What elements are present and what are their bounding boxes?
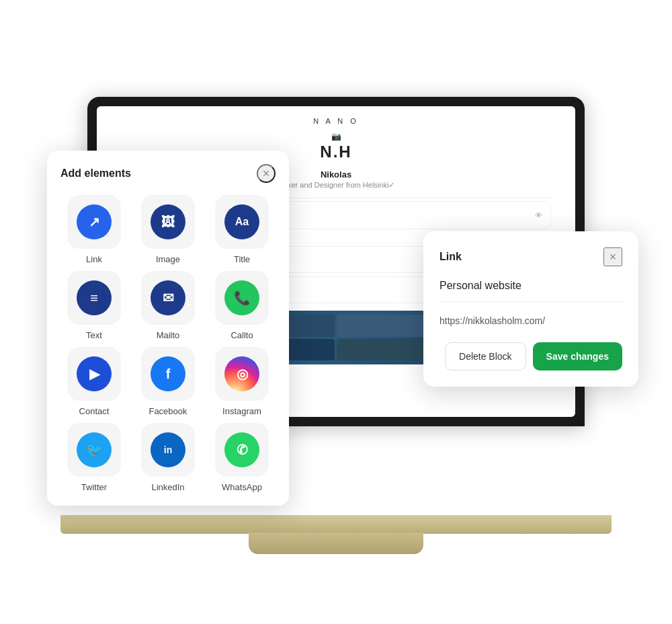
element-item-image[interactable]: 🖼Image	[134, 195, 202, 264]
element-icon-box-title: Aa	[215, 195, 269, 249]
popup-url-value: https://nikkolasholm.com/	[439, 315, 622, 326]
element-item-text[interactable]: ≡Text	[60, 271, 128, 340]
add-elements-panel: Add elements × ↗Link🖼ImageAaTitle≡Text✉M…	[47, 151, 289, 506]
element-icon-callto: 📞	[224, 280, 259, 315]
element-item-whatsapp[interactable]: ✆WhatsApp	[208, 423, 276, 492]
nano-name: Nikolas	[321, 169, 351, 180]
popup-actions: Delete Block Save changes	[439, 342, 622, 370]
element-label-text: Text	[86, 330, 102, 340]
element-label-whatsapp: WhatsApp	[222, 482, 262, 492]
element-label-mailto: Mailto	[157, 330, 180, 340]
panel-close-button[interactable]: ×	[257, 164, 276, 183]
element-item-mailto[interactable]: ✉Mailto	[134, 271, 202, 340]
element-item-facebook[interactable]: fFacebook	[134, 347, 202, 416]
element-icon-whatsapp: ✆	[224, 432, 259, 467]
popup-close-button[interactable]: ×	[603, 247, 622, 266]
laptop-foot	[249, 533, 423, 554]
element-item-instagram[interactable]: ◎Instagram	[208, 347, 276, 416]
element-icon-box-contact: ▶	[67, 347, 121, 401]
element-icon-box-text: ≡	[67, 271, 121, 325]
element-icon-box-facebook: f	[141, 347, 195, 401]
nano-camera-icon: 📷	[331, 132, 341, 141]
elements-grid: ↗Link🖼ImageAaTitle≡Text✉Mailto📞Callto▶Co…	[60, 195, 276, 492]
element-icon-linkedin: in	[151, 432, 185, 467]
element-item-contact[interactable]: ▶Contact	[60, 347, 128, 416]
element-icon-text: ≡	[77, 280, 112, 315]
nano-avatar-area: 📷 N.H	[320, 132, 351, 161]
element-icon-box-callto: 📞	[215, 271, 269, 325]
element-label-image: Image	[156, 254, 180, 264]
element-item-callto[interactable]: 📞Callto	[208, 271, 276, 340]
element-icon-link: ↗	[77, 204, 112, 239]
popup-title: Link	[439, 251, 462, 263]
panel-title: Add elements	[60, 167, 131, 180]
popup-header: Link ×	[439, 247, 622, 266]
element-icon-box-whatsapp: ✆	[215, 423, 269, 477]
element-label-facebook: Facebook	[149, 406, 187, 416]
element-label-linkedin: LinkedIn	[151, 482, 184, 492]
element-label-callto: Callto	[230, 330, 253, 340]
element-label-instagram: Instagram	[222, 406, 261, 416]
delete-block-button[interactable]: Delete Block	[445, 342, 526, 370]
element-icon-mailto: ✉	[151, 280, 185, 315]
laptop-base	[60, 515, 612, 534]
element-icon-twitter: 🐦	[77, 432, 112, 467]
element-icon-contact: ▶	[77, 356, 112, 391]
element-icon-box-image: 🖼	[141, 195, 195, 249]
element-label-title: Title	[234, 254, 250, 264]
element-label-link: Link	[86, 254, 102, 264]
element-icon-box-twitter: 🐦	[67, 423, 121, 477]
link-popup: Link × Personal website https://nikkolas…	[423, 231, 638, 387]
save-changes-button[interactable]: Save changes	[533, 342, 622, 370]
popup-field-label: Personal website	[439, 280, 622, 302]
laptop-wrapper: N A N O 📷 N.H Nikolas Maker and Designer…	[60, 97, 612, 568]
nano-initials: N.H	[320, 143, 351, 161]
element-icon-instagram: ◎	[224, 356, 259, 391]
element-icon-facebook: f	[151, 356, 185, 391]
element-item-title[interactable]: AaTitle	[208, 195, 276, 264]
element-icon-box-instagram: ◎	[215, 347, 269, 401]
element-icon-title: Aa	[224, 204, 259, 239]
element-item-linkedin[interactable]: inLinkedIn	[134, 423, 202, 492]
nano-eye-icon: 👁	[535, 211, 542, 219]
element-icon-box-link: ↗	[67, 195, 121, 249]
nano-brand: N A N O	[97, 106, 575, 132]
panel-header: Add elements ×	[60, 164, 276, 183]
nano-tagline: Maker and Designer from Helsinki✓	[278, 181, 395, 190]
element-label-twitter: Twitter	[81, 482, 107, 492]
element-icon-box-mailto: ✉	[141, 271, 195, 325]
element-icon-box-linkedin: in	[141, 423, 195, 477]
element-icon-image: 🖼	[151, 204, 185, 239]
element-item-link[interactable]: ↗Link	[60, 195, 128, 264]
element-label-contact: Contact	[79, 406, 110, 416]
element-item-twitter[interactable]: 🐦Twitter	[60, 423, 128, 492]
